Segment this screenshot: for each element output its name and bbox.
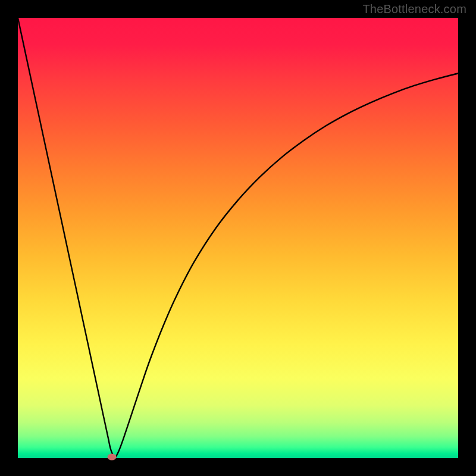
chart-frame: TheBottleneck.com (0, 0, 476, 476)
watermark-text: TheBottleneck.com (362, 2, 466, 16)
curve-svg (18, 18, 458, 458)
minimum-marker (108, 453, 117, 460)
plot-area (18, 18, 458, 458)
bottleneck-curve (18, 18, 458, 458)
